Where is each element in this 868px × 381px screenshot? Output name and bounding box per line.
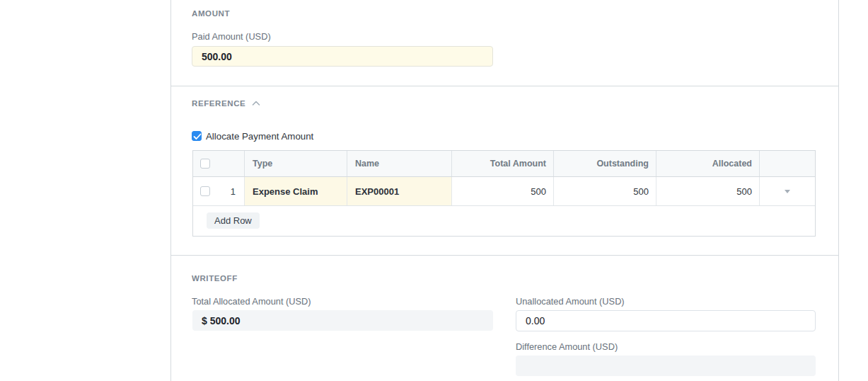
reference-section-heading[interactable]: REFERENCE [192,99,260,108]
allocate-payment-checkbox[interactable] [192,131,202,141]
column-header-actions [759,151,815,176]
column-header-type[interactable]: Type [244,151,347,176]
allocate-payment-label[interactable]: Allocate Payment Amount [206,131,313,142]
section-divider [170,86,838,86]
cell-name[interactable]: EXP00001 [347,177,451,205]
cell-outstanding-value: 500 [633,186,649,197]
cell-total-amount-value: 500 [531,186,546,197]
form-right-column-divider [838,0,839,381]
writeoff-section-label: WRITEOFF [192,274,238,283]
references-table: Type Name Total Amount Outstanding Alloc… [192,150,816,237]
paid-amount-input[interactable] [192,46,493,67]
difference-amount-field [516,356,816,376]
total-allocated-field: $ 500.00 [192,310,493,331]
row-checkbox[interactable] [200,186,210,196]
cell-name-value: EXP00001 [355,186,399,197]
section-divider [170,255,838,256]
add-row-button[interactable]: Add Row [207,212,260,229]
chevron-up-icon[interactable] [252,101,260,106]
table-row[interactable]: 1 Expense Claim EXP00001 500 500 500 [193,177,815,206]
column-header-outstanding[interactable]: Outstanding [553,151,656,176]
paid-amount-label: Paid Amount (USD) [192,31,271,42]
unallocated-label: Unallocated Amount (USD) [516,296,625,307]
amount-section-heading: AMOUNT [192,9,230,18]
form-left-column-divider [170,0,171,381]
row-select-cell: 1 [193,177,244,205]
amount-section-label: AMOUNT [192,9,230,18]
cell-row-menu[interactable] [759,177,815,205]
column-header-total-amount[interactable]: Total Amount [451,151,553,176]
total-allocated-label: Total Allocated Amount (USD) [192,296,311,307]
row-index: 1 [231,186,236,197]
reference-section-label: REFERENCE [192,99,245,108]
unallocated-input[interactable] [516,310,816,331]
cell-outstanding[interactable]: 500 [553,177,656,205]
difference-amount-label: Difference Amount (USD) [516,341,618,352]
table-header-row: Type Name Total Amount Outstanding Alloc… [193,151,815,177]
payment-entry-form: AMOUNT Paid Amount (USD) REFERENCE Alloc… [0,0,868,381]
cell-allocated-value: 500 [736,186,752,197]
table-footer: Add Row [193,206,815,236]
column-header-name[interactable]: Name [347,151,451,176]
cell-type[interactable]: Expense Claim [244,177,347,205]
select-all-checkbox[interactable] [200,159,210,169]
column-header-allocated[interactable]: Allocated [656,151,759,176]
cell-allocated[interactable]: 500 [656,177,759,205]
caret-down-icon[interactable] [785,190,790,193]
cell-type-value: Expense Claim [253,186,318,197]
header-select-cell [193,151,244,176]
writeoff-section-heading: WRITEOFF [192,274,238,283]
cell-total-amount[interactable]: 500 [451,177,553,205]
